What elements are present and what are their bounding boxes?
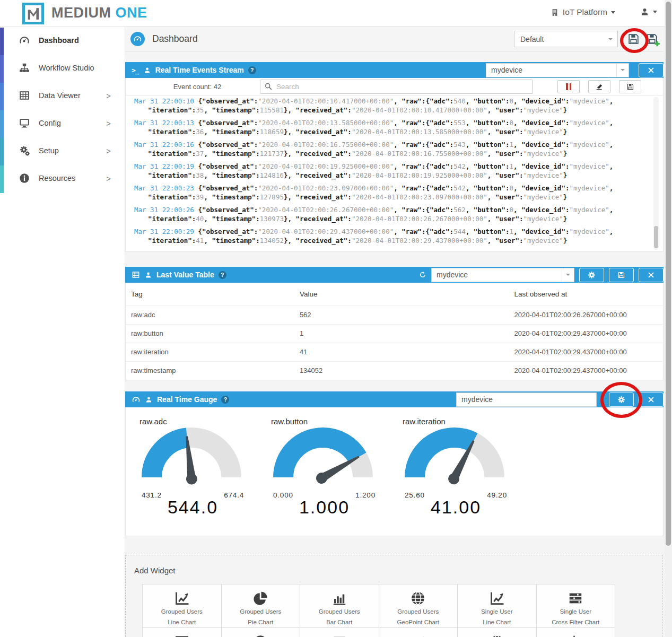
- globe-icon: [458, 634, 536, 637]
- gauge-max-label: 674.4: [224, 491, 244, 499]
- clear-stream-button[interactable]: [588, 80, 610, 93]
- sidebar-item-dashboard[interactable]: Dashboard: [0, 27, 125, 54]
- help-icon[interactable]: ?: [221, 396, 229, 404]
- user-icon: [640, 7, 650, 17]
- tasks-icon: [537, 590, 615, 606]
- table-cell: 41: [294, 343, 509, 361]
- gauge: raw.adc431.2674.4544.0: [138, 417, 247, 518]
- pause-stream-button[interactable]: [557, 80, 580, 93]
- chevron-right-icon: >: [106, 146, 111, 155]
- medium-one-logo-mark: [22, 3, 44, 24]
- gauge-arc: [402, 427, 508, 488]
- page-title: Dashboard: [152, 33, 198, 45]
- gauge-max-label: 49.20: [487, 491, 507, 499]
- table-row: raw:adc5622020-04-01T02:00:26.267000+00:…: [126, 306, 664, 324]
- table-save-button[interactable]: [609, 268, 634, 282]
- gauge-label: raw.button: [271, 417, 379, 426]
- events-device-select[interactable]: mydevice: [486, 63, 629, 77]
- user-icon: [144, 271, 152, 279]
- gears-icon: [18, 144, 31, 157]
- widget-option-type: Line Chart: [458, 619, 536, 625]
- brand-accent: ONE: [116, 5, 147, 21]
- widget-option-type: Pie Chart: [222, 619, 300, 625]
- widget-option-type: GeoPoint Chart: [379, 619, 458, 625]
- page-scrollbar: [665, 0, 672, 637]
- close-icon: [648, 67, 654, 74]
- gauge-arc: [138, 427, 245, 488]
- table-cell: 2020-04-01T02:00:26.267000+00:00: [509, 306, 663, 324]
- table-cell: 562: [294, 306, 509, 324]
- chevron-right-icon: >: [106, 119, 111, 128]
- add-widget-option-bar-chart[interactable]: Grouped UsersBar Chart: [300, 584, 379, 628]
- event-log-entry: Mar 31 22:00:23 {"observed_at":"2020-04-…: [134, 184, 645, 202]
- close-widget-button[interactable]: [639, 268, 664, 282]
- help-icon[interactable]: ?: [248, 66, 256, 74]
- table-cell: 1: [294, 324, 509, 343]
- table-cell: 134052: [294, 361, 509, 380]
- gauge-arc: [270, 427, 376, 488]
- building-icon: [551, 8, 559, 17]
- bars-icon: [537, 634, 615, 637]
- gauge: raw.button0.0001.2001.000: [270, 417, 379, 518]
- sidebar-item-resources[interactable]: Resources >: [0, 164, 125, 192]
- table-cell: 2020-04-01T02:00:29.437000+00:00: [509, 324, 663, 343]
- sidebar-item-setup[interactable]: Setup >: [0, 137, 125, 164]
- close-icon: [648, 272, 654, 278]
- add-widget-title: Add Widget: [134, 566, 176, 575]
- user-menu[interactable]: [640, 7, 657, 17]
- save-stream-button[interactable]: [619, 80, 641, 93]
- event-log-entry: Mar 31 22:00:26 {"observed_at":"2020-04-…: [134, 206, 645, 223]
- sidebar-item-label: Config: [39, 119, 61, 127]
- save-dashboard-button[interactable]: [627, 32, 640, 48]
- sidebar-item-data-viewer[interactable]: Data Viewer >: [0, 82, 125, 109]
- table-device-select[interactable]: mydevice: [431, 268, 574, 282]
- table-cell: raw:adc: [126, 306, 294, 324]
- gauge-settings-button[interactable]: [609, 392, 634, 407]
- real-time-gauge-header: Real Time Gauge ? mydevice: [125, 391, 664, 407]
- save-as-new-dashboard-button[interactable]: [645, 32, 660, 49]
- widget-option-group: Grouped Users: [143, 608, 221, 615]
- gauge-device-input[interactable]: mydevice: [456, 392, 597, 407]
- sidebar-item-config[interactable]: Config >: [0, 109, 125, 137]
- add-widget-option-partial[interactable]: [537, 628, 616, 637]
- add-widget-option-partial[interactable]: [458, 628, 537, 637]
- add-widget-option-geopoint-chart[interactable]: Grouped UsersGeoPoint Chart: [379, 584, 458, 628]
- events-stream-header: >_ Real Time Events Stream ? mydevice: [125, 62, 664, 78]
- sidebar-item-workflow-studio[interactable]: Workflow Studio: [0, 54, 125, 82]
- close-widget-button[interactable]: [639, 63, 664, 77]
- table-icon: [132, 270, 140, 279]
- add-widget-option-partial[interactable]: [222, 628, 301, 637]
- add-widget-option-line-chart[interactable]: Grouped UsersLine Chart: [143, 584, 222, 628]
- last-value-table-header: Last Value Table ? mydevice: [125, 267, 664, 283]
- page-scrollbar-thumb[interactable]: [666, 2, 671, 546]
- tachometer-icon: [132, 395, 141, 404]
- events-log-scrollbar-thumb[interactable]: [654, 226, 658, 248]
- dashboard-select[interactable]: Default: [514, 31, 618, 47]
- platform-menu[interactable]: IoT Platform: [551, 7, 615, 17]
- table-settings-button[interactable]: [579, 268, 604, 282]
- help-icon[interactable]: ?: [219, 271, 226, 279]
- gear-icon: [588, 271, 596, 279]
- terminal-icon: >_: [132, 66, 139, 74]
- gauge-min-label: 25.60: [405, 491, 425, 499]
- save-icon: [617, 271, 625, 279]
- add-widget-option-pie-chart[interactable]: Grouped UsersPie Chart: [222, 584, 301, 628]
- close-widget-button[interactable]: [639, 392, 664, 407]
- gauge-device-value: mydevice: [461, 395, 493, 404]
- add-widget-option-partial[interactable]: [143, 628, 222, 637]
- refresh-icon[interactable]: [418, 270, 427, 279]
- column-header: Value: [294, 283, 509, 306]
- add-widget-option-partial[interactable]: [379, 628, 458, 637]
- add-widget-option-line-chart[interactable]: Single UserLine Chart: [458, 584, 537, 628]
- map-marker-icon: [222, 634, 300, 637]
- search-input[interactable]: [260, 80, 533, 94]
- add-widget-option-partial[interactable]: [300, 628, 379, 637]
- gauge-value: 41.00: [402, 497, 510, 518]
- add-widget-option-cross-filter-chart[interactable]: Single UserCross Filter Chart: [537, 584, 616, 628]
- table-icon: [18, 89, 31, 102]
- desktop-icon: [18, 117, 31, 129]
- real-time-gauge-widget: Real Time Gauge ? mydevice raw.adc431.26…: [125, 391, 664, 536]
- user-icon: [143, 66, 151, 74]
- chevron-down-icon: [562, 268, 574, 282]
- events-log: Mar 31 22:00:10 {"observed_at":"2020-04-…: [125, 95, 664, 252]
